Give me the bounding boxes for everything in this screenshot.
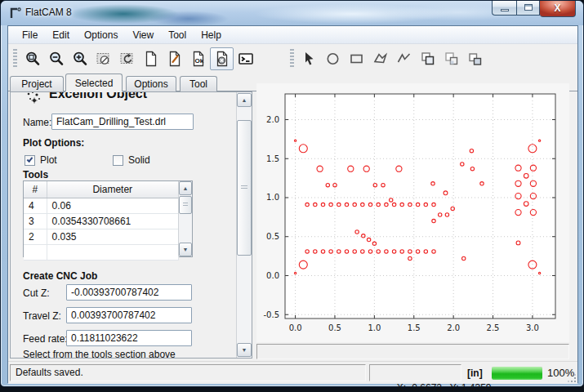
travelz-label: Travel Z: xyxy=(23,310,61,322)
titlebar[interactable]: FlatCAM 8 X xyxy=(1,1,583,25)
plot-area: 0.00.51.01.52.02.53.0-0.50.00.51.01.52.0 xyxy=(256,83,569,342)
maximize-button[interactable] xyxy=(516,1,540,16)
menu-file[interactable]: File xyxy=(15,27,45,43)
delete-file-icon xyxy=(214,51,230,67)
toolbar-grip-2[interactable] xyxy=(290,49,294,69)
col-diameter-header[interactable]: Diameter xyxy=(47,181,179,198)
tool-diameter: 0.06 xyxy=(47,198,179,213)
tab-project[interactable]: Project xyxy=(10,76,64,91)
scroll-thumb[interactable] xyxy=(179,196,192,214)
close-button[interactable]: X xyxy=(540,1,576,17)
y-tick-label: 2.0 xyxy=(266,115,279,124)
table-row[interactable]: 4 0.06 xyxy=(24,198,179,213)
draw-circle-button[interactable] xyxy=(321,47,345,70)
object-name-input[interactable] xyxy=(51,114,194,130)
table-row[interactable]: 3 0.0354330708661 xyxy=(24,213,179,229)
toolbar-grip[interactable] xyxy=(13,49,17,69)
tool-number: 4 xyxy=(24,198,47,213)
tools-table-frame: # Diameter 4 0.06 3 0.035433070866 xyxy=(23,180,193,257)
copy-objects-button[interactable] xyxy=(416,47,439,70)
zoom-in-button[interactable] xyxy=(68,47,91,70)
new-project-button[interactable] xyxy=(139,47,163,70)
solid-checkbox-label: Solid xyxy=(128,154,150,166)
x-tick-label: 3.0 xyxy=(526,323,539,332)
panel-scroll-thumb[interactable] xyxy=(237,120,252,256)
y-tick-label: 1.0 xyxy=(266,193,279,202)
cutz-input[interactable] xyxy=(66,284,192,301)
draw-rectangle-button[interactable] xyxy=(345,47,368,70)
tab-selected[interactable]: Selected xyxy=(65,74,123,91)
plot-canvas[interactable]: 0.00.51.01.52.02.53.0-0.50.00.51.01.52.0 xyxy=(256,83,569,342)
minimize-icon xyxy=(501,9,509,11)
panel-scrollbar[interactable]: ▲ ▼ xyxy=(236,92,252,358)
x-tick-label: 2.5 xyxy=(487,323,500,332)
menubar: File Edit Options View Tool Help xyxy=(8,26,577,44)
duplicate-objects-button[interactable] xyxy=(463,47,487,70)
menu-options[interactable]: Options xyxy=(77,27,125,43)
tool-number: 3 xyxy=(24,213,47,229)
zoom-in-icon xyxy=(72,51,88,67)
plot-checkbox[interactable]: Plot xyxy=(25,154,57,166)
tab-options[interactable]: Options xyxy=(126,76,176,91)
scroll-up-button[interactable]: ▲ xyxy=(179,181,192,195)
replot-button[interactable] xyxy=(115,47,139,70)
draw-polygon-button[interactable] xyxy=(368,47,392,70)
svg-text:Ok: Ok xyxy=(194,57,203,65)
clear-plot-button[interactable] xyxy=(91,47,115,70)
panel-scroll-down-button[interactable]: ▼ xyxy=(237,343,252,357)
shell-button[interactable] xyxy=(234,47,257,70)
circle-icon xyxy=(325,51,341,67)
x-tick-label: 1.5 xyxy=(408,323,421,332)
replot-icon xyxy=(119,51,136,67)
menu-help[interactable]: Help xyxy=(194,27,229,43)
tool-diameter: 0.035 xyxy=(47,229,179,244)
tab-tool[interactable]: Tool xyxy=(180,76,217,91)
panel-title: Excellon Object xyxy=(49,92,147,101)
resize-grip[interactable] xyxy=(567,373,577,383)
measurement-readout: D = 0.7494 D(x) = -0.7218 D(y) = -0.2014 xyxy=(256,344,569,359)
ok-file-icon: Ok xyxy=(190,51,207,67)
tools-table: # Diameter 4 0.06 3 0.035433070866 xyxy=(24,181,179,261)
x-tick-label: 0.5 xyxy=(328,323,341,332)
open-project-button[interactable] xyxy=(163,47,186,70)
solid-checkbox[interactable]: Solid xyxy=(113,154,150,166)
zoom-fit-button[interactable] xyxy=(20,47,44,70)
panel-scroll-up-button[interactable]: ▲ xyxy=(237,93,252,107)
cursor-position: X: -0.6672 Y: 1.4359 xyxy=(397,382,492,392)
progress-fill xyxy=(492,367,542,380)
table-scrollbar[interactable]: ▲ ▼ xyxy=(178,181,192,256)
shell-icon xyxy=(238,51,254,67)
axes-background xyxy=(285,94,555,318)
draw-polyline-button[interactable] xyxy=(392,47,416,70)
table-row[interactable]: 2 0.035 xyxy=(24,229,179,244)
feedrate-input[interactable] xyxy=(66,330,192,346)
save-project-button[interactable]: Ok xyxy=(186,47,210,70)
clear-plot-icon xyxy=(96,51,112,67)
checkbox-box xyxy=(25,155,35,166)
delete-object-button[interactable] xyxy=(210,47,234,70)
menu-tool[interactable]: Tool xyxy=(161,27,194,43)
rectangle-icon xyxy=(349,51,365,67)
y-tick-label: 0.5 xyxy=(266,232,279,241)
minimize-button[interactable] xyxy=(492,1,516,16)
progress-bar xyxy=(492,367,542,380)
tool-number: 2 xyxy=(24,229,47,244)
cursor-position-box: X: -0.6672 Y: 1.4359 xyxy=(369,364,461,381)
menu-view[interactable]: View xyxy=(125,27,161,43)
polygon-icon xyxy=(372,51,389,67)
travelz-input[interactable] xyxy=(66,307,192,323)
zoom-out-button[interactable] xyxy=(44,47,68,70)
scroll-down-button[interactable]: ▼ xyxy=(179,243,192,256)
menu-edit[interactable]: Edit xyxy=(45,27,77,43)
col-number-header[interactable]: # xyxy=(24,181,47,198)
plot-checkbox-label: Plot xyxy=(40,154,57,166)
name-label: Name: xyxy=(23,117,51,128)
move-objects-button[interactable] xyxy=(439,47,463,70)
new-file-icon xyxy=(143,51,159,67)
tools-label: Tools xyxy=(23,169,48,180)
select-tool-button[interactable] xyxy=(297,47,321,70)
tool-diameter: 0.0354330708661 xyxy=(47,213,179,229)
duplicate-icon xyxy=(467,51,484,67)
plot-options-label: Plot Options: xyxy=(23,137,84,149)
copy-icon xyxy=(420,51,436,67)
